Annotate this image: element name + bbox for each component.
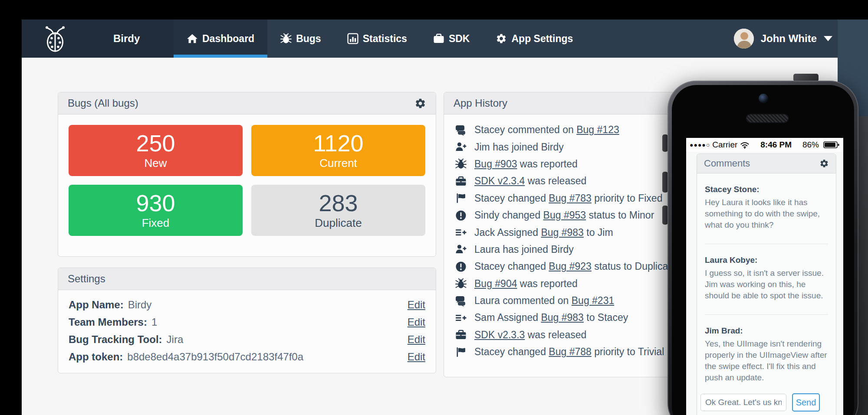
setting-label: Team Members: (69, 316, 147, 328)
edit-link[interactable]: Edit (408, 351, 425, 363)
bug-icon (454, 278, 467, 289)
exclamation-icon (454, 210, 467, 221)
edit-link[interactable]: Edit (408, 333, 425, 346)
history-segment-link[interactable]: SDK v2.3.3 (474, 329, 525, 340)
tab-bugs[interactable]: Bugs (267, 20, 334, 58)
tab-label: Dashboard (202, 33, 254, 45)
comments-title: Comments (704, 158, 750, 169)
flag-icon (454, 193, 467, 204)
settings-row: App Name:BirdyEdit (69, 296, 425, 314)
history-segment-link[interactable]: Bug #783 (549, 193, 591, 204)
comments-messages: Stacey Stone:Hey Laura it looks like it … (697, 173, 836, 396)
setting-value: 1 (151, 316, 157, 328)
history-segment: priority to Fixed (592, 193, 663, 204)
history-text: Bug #903 was reported (474, 158, 578, 170)
setting-label: Bug Tracking Tool: (69, 333, 162, 346)
history-text: Laura commented on Bug #231 (474, 295, 614, 307)
settings-rows: App Name:BirdyEditTeam Members:1EditBug … (58, 290, 436, 366)
assign-icon (454, 227, 467, 238)
tab-dashboard[interactable]: Dashboard (174, 20, 267, 58)
history-text: Stacey changed Bug #788 priority to Triv… (474, 346, 664, 358)
stat-card-fixed: 930Fixed (69, 185, 243, 236)
comments-icon (454, 124, 467, 136)
user-menu[interactable]: John White (734, 20, 832, 58)
chevron-down-icon (824, 36, 832, 41)
settings-panel-title: Settings (68, 273, 105, 285)
stat-value: 283 (319, 191, 358, 216)
send-button[interactable]: Send (792, 393, 820, 412)
comment-author: Jim Brad: (705, 326, 828, 336)
history-segment: status to Duplicate (592, 261, 677, 272)
user-plus-icon (454, 141, 467, 153)
stat-card-current: 1120Current (251, 125, 425, 176)
bugs-panel-title: Bugs (All bugs) (68, 97, 138, 109)
chart-icon (347, 33, 358, 44)
history-segment: priority to Trivial (592, 346, 664, 357)
history-segment: Stacey changed (474, 261, 549, 272)
history-text: Jim has joined Birdy (474, 141, 564, 153)
comment-message: Laura Kobye:I guess so, it isn't a serve… (705, 244, 828, 314)
history-segment-link[interactable]: Bug #904 (474, 278, 517, 289)
history-segment: Sam Assigned (474, 312, 541, 323)
tab-statistics[interactable]: Statistics (334, 20, 420, 58)
history-segment: Laura has joined Birdy (474, 244, 574, 255)
history-text: Bug #904 was reported (474, 278, 578, 290)
history-segment-link[interactable]: Bug #953 (543, 209, 586, 221)
iphone-mockup: ●●●●○ Carrier 8:46 PM 86% (667, 81, 858, 415)
gear-icon[interactable] (819, 159, 829, 168)
tab-label: Bugs (296, 33, 321, 45)
app-selector-label: Birdy (113, 33, 140, 45)
gear-icon[interactable] (414, 98, 426, 109)
history-segment-link[interactable]: Bug #231 (572, 295, 614, 306)
briefcase-icon (433, 33, 444, 44)
history-text: Stacey commented on Bug #123 (474, 124, 619, 136)
user-name: John White (761, 33, 817, 45)
ladybug-logo-icon (43, 25, 68, 52)
history-segment-link[interactable]: Bug #983 (541, 312, 583, 323)
history-text: Jack Assigned Bug #983 to Jim (474, 227, 613, 239)
bug-icon (454, 158, 467, 170)
signal-dots-icon: ●●●●○ (690, 141, 710, 148)
history-segment: Laura commented on (474, 295, 572, 306)
stat-value: 1120 (313, 131, 363, 156)
tab-app-settings[interactable]: App Settings (483, 20, 586, 58)
setting-label: App token: (69, 351, 123, 363)
history-segment: Sindy changed (474, 209, 543, 221)
history-segment-link[interactable]: Bug #923 (549, 261, 591, 272)
flag-icon (454, 346, 467, 358)
chat-input[interactable] (700, 394, 786, 411)
history-segment-link[interactable]: Bug #983 (541, 227, 583, 238)
tab-sdk[interactable]: SDK (420, 20, 483, 58)
stat-label: Duplicate (315, 216, 362, 230)
bug-icon (280, 33, 292, 44)
comment-text: I guess so, it isn't a server issue. Jim… (705, 268, 828, 301)
app-history-title: App History (454, 97, 507, 109)
setting-value: Birdy (128, 299, 152, 311)
history-segment: Jack Assigned (474, 227, 541, 238)
stat-value: 930 (136, 191, 175, 216)
history-segment-link[interactable]: Bug #788 (549, 346, 591, 357)
gear-icon (496, 33, 507, 44)
history-segment: Stacey changed (474, 193, 549, 204)
comment-message: Stacey Stone:Hey Laura it looks like it … (705, 173, 828, 244)
bugs-panel: Bugs (All bugs) 250New1120Current930Fixe… (58, 92, 436, 257)
stat-card-duplicate: 283Duplicate (251, 185, 425, 236)
history-segment-link[interactable]: SDK v2.3.4 (474, 175, 525, 186)
edit-link[interactable]: Edit (408, 316, 425, 328)
history-segment: Stacey commented on (474, 124, 576, 135)
comment-author: Laura Kobye: (705, 255, 828, 265)
history-segment: Jim has joined Birdy (474, 141, 564, 153)
bug-stat-cards: 250New1120Current930Fixed283Duplicate (58, 114, 436, 246)
history-segment-link[interactable]: Bug #903 (474, 158, 517, 170)
bugs-panel-header: Bugs (All bugs) (58, 92, 436, 114)
phone-status-bar: ●●●●○ Carrier 8:46 PM 86% (686, 138, 843, 152)
edit-link[interactable]: Edit (408, 299, 425, 311)
phone-speaker (746, 114, 789, 123)
setting-value: b8de8ed4a37b913f50d7cd2183f47f0a (127, 351, 303, 363)
history-text: Laura has joined Birdy (474, 244, 574, 255)
history-segment: Stacey changed (474, 346, 549, 357)
history-segment-link[interactable]: Bug #123 (576, 124, 619, 135)
stat-value: 250 (136, 131, 175, 156)
app-selector[interactable]: Birdy (22, 20, 174, 58)
briefcase-icon (454, 176, 467, 187)
